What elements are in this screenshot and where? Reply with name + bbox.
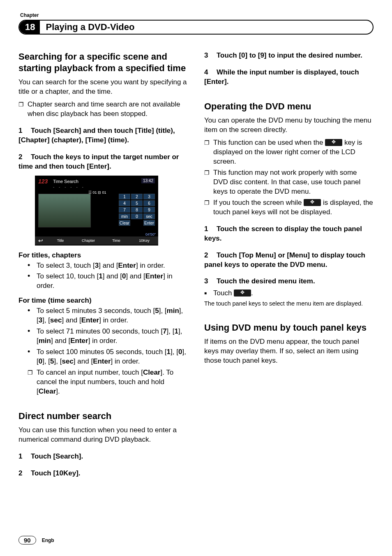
square-bullet-icon: ❐ [204, 138, 213, 167]
ss-tab-10key: 10Key [130, 236, 158, 245]
paragraph: You can search for the scene you want by… [18, 78, 188, 97]
chapter-number-badge: 18 [19, 21, 40, 34]
key-6: 6 [143, 200, 155, 206]
ss-title: Time Search [53, 179, 78, 184]
square-bullet-icon: ❐ [18, 100, 28, 119]
language-code: Engb [42, 537, 54, 543]
arrow-key-icon [325, 139, 342, 146]
note-item: ❐To cancel an input number, touch [Clear… [28, 368, 188, 396]
step-1: 1Touch the screen to display the touch p… [204, 225, 374, 243]
square-bullet-icon: ❐ [204, 198, 213, 217]
chapter-header: 18 Playing a DVD-Video [18, 20, 374, 35]
ss-track-info: ☰ 01 ⊟ 01 [88, 190, 106, 195]
section-heading-operating-dvd-menu: Operating the DVD menu [204, 101, 374, 112]
note-text: Chapter search and time search are not a… [28, 100, 188, 119]
section-heading-direct-number: Direct number search [18, 410, 188, 422]
ss-clock: 13:42 [141, 178, 155, 183]
list-text: To select 71 minutes 00 seconds, touch [… [37, 327, 188, 346]
ss-bottom-tabs: ↩ Title Chapter Time 10Key [35, 236, 158, 245]
note-small: The touch panel keys to select the menu … [204, 300, 374, 308]
key-7: 7 [119, 207, 130, 213]
list-text: To select 10, touch [1] and [0] and [Ent… [37, 272, 188, 291]
left-column: Searching for a specific scene and start… [18, 51, 188, 478]
key-clear: Clear [119, 220, 130, 226]
list-text: To select 3, touch [3] and [Enter] in or… [37, 261, 165, 271]
key-2: 2 [131, 194, 143, 199]
page-number: 90 [18, 536, 36, 544]
list-item: •To select 10, touch [1] and [0] and [En… [28, 272, 188, 291]
step-2: 2Touch [Top Menu] or [Menu] to display t… [204, 251, 374, 270]
subheading-titles-chapters: For titles, chapters [18, 251, 188, 259]
paragraph: You can use this function when you need … [18, 426, 188, 445]
key-min: min [119, 213, 130, 219]
section-heading-search-scene: Searching for a specific scene and start… [18, 51, 188, 74]
subheading-time-search: For time (time search) [18, 297, 188, 305]
key-1: 1 [119, 194, 130, 199]
note-text: This function can be used when the key i… [213, 138, 374, 167]
dot-bullet-icon: • [28, 306, 37, 325]
paragraph: If items on the DVD menu appear, the tou… [204, 337, 374, 366]
ss-tab-chapter: Chapter [74, 236, 102, 245]
square-bullet-icon: ❐ [28, 368, 37, 396]
key-sec: sec [143, 213, 155, 219]
page-footer: 90 Engb [18, 536, 54, 544]
note-item: ❐ This function may not work properly wi… [204, 168, 374, 197]
content-columns: Searching for a specific scene and start… [18, 51, 374, 478]
embedded-screenshot: 123 Time Search 13:42 - - - - - - ☰ 01 ⊟… [35, 176, 158, 246]
list-item: •To select 71 minutes 00 seconds, touch … [28, 327, 188, 346]
dot-bullet-icon: • [28, 348, 37, 366]
step-1: 1Touch [Search] and then touch [Title] (… [18, 126, 188, 145]
ss-elapsed: 04'50" [145, 232, 156, 236]
small-square-bullet-icon: ■ [204, 289, 213, 298]
arrow-key-icon [304, 199, 321, 206]
note-item: ❐ If you touch the screen while is displ… [204, 198, 374, 217]
step-3: 3Touch the desired menu item. [204, 277, 374, 286]
key-0: 0 [131, 213, 143, 219]
tip-item: ■ Touch . [204, 289, 374, 298]
list-item: •To select 100 minutes 05 seconds, touch… [28, 348, 188, 366]
paragraph: You can operate the DVD menu by touching… [204, 116, 374, 135]
step-2: 2Touch the keys to input the target numb… [18, 153, 188, 171]
step-3: 3Touch [0] to [9] to input the desired n… [204, 51, 374, 60]
note-text: To cancel an input number, touch [Clear]… [37, 368, 188, 396]
key-9: 9 [143, 207, 155, 213]
ss-tab-time: Time [102, 236, 130, 245]
dot-bullet-icon: • [28, 327, 37, 346]
dot-bullet-icon: • [28, 261, 37, 271]
chapter-title: Playing a DVD-Video [46, 22, 134, 32]
note-item: ❐ This function can be used when the key… [204, 138, 374, 167]
square-bullet-icon: ❐ [204, 168, 213, 197]
ss-input-dashes: - - - - - - [53, 185, 85, 189]
step-2: 2Touch [10Key]. [18, 469, 188, 478]
dot-bullet-icon: • [28, 272, 37, 291]
key-4: 4 [119, 200, 130, 206]
key-8: 8 [131, 207, 143, 213]
ss-tab-title: Title [46, 236, 74, 245]
ss-return-icon: ↩ [35, 236, 46, 245]
list-text: To select 5 minutes 3 seconds, touch [5]… [37, 306, 188, 325]
list-item: •To select 3, touch [3] and [Enter] in o… [28, 261, 188, 271]
key-3: 3 [143, 194, 155, 199]
section-heading-dvd-menu-touch: Using DVD menu by touch panel keys [204, 322, 374, 334]
right-column: 3Touch [0] to [9] to input the desired n… [204, 51, 374, 478]
note-item: ❐ Chapter search and time search are not… [18, 100, 188, 119]
list-text: To select 100 minutes 05 seconds, touch … [37, 348, 188, 366]
chapter-label: Chapter [20, 12, 374, 18]
key-5: 5 [131, 200, 143, 206]
step-1: 1Touch [Search]. [18, 452, 188, 461]
tip-text: Touch . [213, 289, 253, 298]
step-4: 4While the input number is displayed, to… [204, 68, 374, 87]
ss-video-preview [38, 194, 91, 227]
key-enter: Enter [143, 220, 155, 226]
ss-corner-icon: 123 [38, 178, 48, 185]
note-text: This function may not work properly with… [213, 168, 374, 197]
arrow-key-icon [234, 290, 251, 297]
ss-keypad: 1 2 3 4 5 6 7 8 9 min 0 sec Clear Enter [119, 194, 155, 226]
note-text: If you touch the screen while is display… [213, 198, 374, 217]
list-item: •To select 5 minutes 3 seconds, touch [5… [28, 306, 188, 325]
